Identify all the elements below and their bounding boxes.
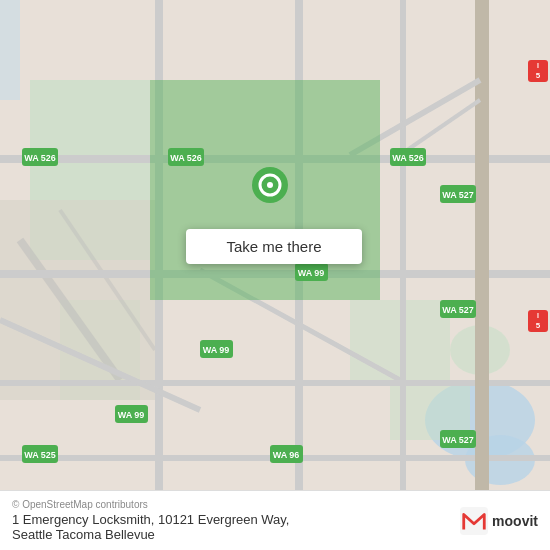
moovit-icon [460,507,488,535]
svg-text:WA 526: WA 526 [170,153,202,163]
moovit-logo: moovit [460,507,538,535]
map-container: WA 526 WA 526 WA 526 WA 527 WA 527 WA 52… [0,0,550,550]
svg-text:WA 526: WA 526 [24,153,56,163]
svg-text:WA 99: WA 99 [118,410,145,420]
svg-text:5: 5 [536,71,541,80]
svg-text:5: 5 [536,321,541,330]
svg-point-55 [267,182,273,188]
svg-text:WA 525: WA 525 [24,450,56,460]
svg-text:WA 99: WA 99 [203,345,230,355]
svg-text:WA 527: WA 527 [442,435,474,445]
svg-rect-18 [400,0,406,550]
location-address: 1 Emergency Locksmith, 10121 Evergreen W… [12,512,289,542]
svg-text:WA 527: WA 527 [442,190,474,200]
svg-rect-3 [0,0,20,100]
svg-text:WA 526: WA 526 [392,153,424,163]
svg-text:WA 527: WA 527 [442,305,474,315]
bottom-bar-info: © OpenStreetMap contributors 1 Emergency… [12,499,289,542]
svg-text:WA 99: WA 99 [298,268,325,278]
moovit-brand-text: moovit [492,513,538,529]
bottom-bar: © OpenStreetMap contributors 1 Emergency… [0,490,550,550]
svg-rect-14 [0,380,550,386]
svg-text:I: I [537,62,539,69]
take-me-there-button[interactable]: Take me there [186,229,362,264]
svg-text:WA 96: WA 96 [273,450,300,460]
map-attribution: © OpenStreetMap contributors [12,499,289,510]
svg-rect-9 [0,200,160,400]
map-svg: WA 526 WA 526 WA 526 WA 527 WA 527 WA 52… [0,0,550,550]
svg-text:I: I [537,312,539,319]
